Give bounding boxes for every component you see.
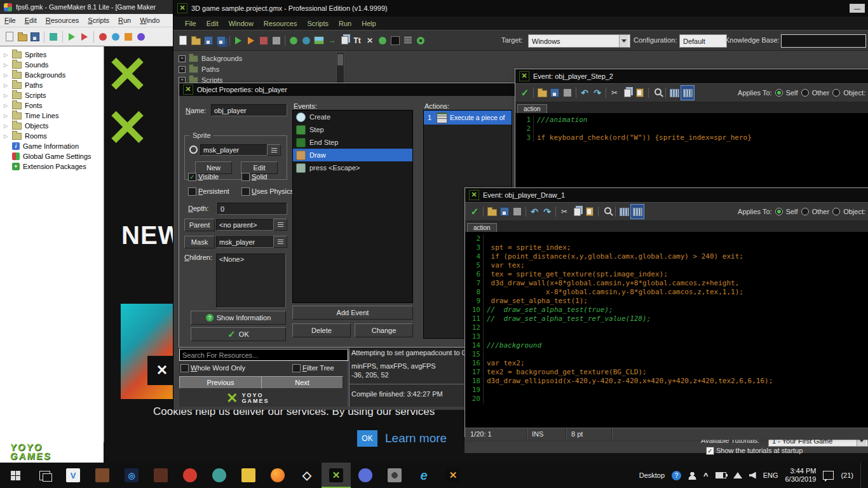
- edit-sprite-button[interactable]: Edit: [241, 161, 278, 174]
- save-icon[interactable]: [548, 86, 561, 100]
- open-icon[interactable]: [536, 86, 548, 100]
- taskbar-opera[interactable]: [175, 463, 205, 488]
- tree-item-backgrounds[interactable]: Backgrounds: [0, 70, 104, 80]
- tree-item-timelines[interactable]: Time Lines: [0, 111, 104, 121]
- expander-icon[interactable]: [179, 66, 186, 73]
- applies-self-radio[interactable]: [775, 89, 783, 97]
- applies-other-radio[interactable]: [801, 89, 809, 97]
- desktop-label[interactable]: Desktop: [639, 471, 665, 479]
- tree-item-extension-packages[interactable]: Extension Packages: [0, 161, 104, 172]
- expander-icon[interactable]: [4, 103, 9, 109]
- parent-button[interactable]: Parent: [184, 219, 215, 231]
- new-project-icon[interactable]: [177, 34, 189, 48]
- knowledge-base-input[interactable]: [781, 34, 866, 48]
- menu-edit[interactable]: Edit: [20, 15, 41, 26]
- show-tutorials-checkbox[interactable]: [706, 447, 714, 455]
- menu-resources[interactable]: Resources: [41, 15, 84, 26]
- menu-file[interactable]: File: [180, 18, 201, 29]
- open-icon[interactable]: [16, 30, 29, 44]
- create-background-icon[interactable]: [122, 30, 135, 44]
- cut-icon[interactable]: [608, 86, 621, 100]
- taskbar-app-grid[interactable]: [88, 463, 117, 488]
- new-sprite-button[interactable]: New: [195, 161, 232, 174]
- create-object-icon[interactable]: [376, 34, 389, 48]
- expander-icon[interactable]: [4, 113, 9, 119]
- menu-window[interactable]: Windo: [135, 15, 164, 26]
- previous-button[interactable]: Previous: [179, 376, 262, 389]
- create-timeline-icon[interactable]: [363, 34, 376, 48]
- tree-item-paths[interactable]: Paths: [179, 64, 331, 74]
- applies-self-radio[interactable]: [775, 208, 783, 215]
- cookie-ok-button[interactable]: OK: [357, 430, 377, 447]
- debug-icon[interactable]: [78, 30, 91, 44]
- clean-icon[interactable]: [257, 34, 270, 48]
- view-mode-selected-icon[interactable]: [630, 204, 644, 219]
- create-room-icon[interactable]: [389, 34, 402, 48]
- task-view-button[interactable]: [31, 463, 58, 488]
- menu-run[interactable]: Run: [114, 15, 135, 26]
- create-executable-icon[interactable]: [47, 30, 60, 44]
- parent-field[interactable]: <no parent>: [216, 219, 278, 231]
- expander-icon[interactable]: [4, 123, 9, 129]
- print-icon[interactable]: [511, 205, 524, 219]
- start-button[interactable]: [0, 463, 31, 488]
- applies-object-radio[interactable]: [832, 208, 840, 215]
- expander-icon[interactable]: [179, 55, 186, 62]
- minimize-button[interactable]: [850, 4, 865, 13]
- draw1-code-area[interactable]: 2 3 spt = sprite_index; 4 if (point_dist…: [465, 233, 868, 428]
- expander-icon[interactable]: [4, 83, 9, 88]
- clock[interactable]: 3:44 PM 6/30/2019: [785, 467, 817, 484]
- expander-icon[interactable]: [4, 72, 9, 78]
- create-sound-icon[interactable]: [109, 30, 122, 44]
- taskbar-gm8[interactable]: [438, 463, 468, 488]
- taskbar-file-explorer[interactable]: [234, 463, 263, 488]
- whole-word-checkbox[interactable]: [180, 364, 189, 372]
- sprite-field[interactable]: msk_player: [200, 144, 271, 156]
- tree-item-scripts[interactable]: Scripts: [0, 90, 104, 100]
- battery-icon[interactable]: [715, 472, 726, 478]
- taskbar-screenshot-tool[interactable]: [380, 463, 409, 488]
- tree-item-game-information[interactable]: Game Information: [0, 141, 104, 151]
- create-path-icon[interactable]: [325, 34, 338, 48]
- delete-event-button[interactable]: Delete: [292, 323, 351, 337]
- tree-item-backgrounds[interactable]: Backgrounds: [179, 53, 331, 64]
- action-center-icon[interactable]: [823, 471, 834, 480]
- create-object-icon[interactable]: [135, 30, 147, 44]
- create-script-icon[interactable]: [338, 34, 351, 48]
- create-background-icon[interactable]: [313, 34, 325, 48]
- search-icon[interactable]: [651, 86, 663, 100]
- learn-more-link[interactable]: Learn more: [385, 431, 447, 445]
- expander-icon[interactable]: [4, 93, 9, 98]
- save-icon[interactable]: [29, 30, 41, 44]
- run-icon[interactable]: [232, 34, 245, 48]
- tree-item-objects[interactable]: Objects: [0, 121, 104, 131]
- copy-icon[interactable]: [621, 86, 634, 100]
- tree-item-paths[interactable]: Paths: [0, 80, 104, 90]
- undo-icon[interactable]: [578, 86, 591, 100]
- tab-action[interactable]: action: [517, 104, 547, 113]
- redo-icon[interactable]: [591, 86, 604, 100]
- paste-icon[interactable]: [583, 205, 596, 219]
- game-information-icon[interactable]: [402, 34, 414, 48]
- show-information-button[interactable]: Show Information: [191, 311, 286, 325]
- mask-button[interactable]: Mask: [184, 236, 215, 248]
- global-game-settings-icon[interactable]: [414, 34, 427, 48]
- tray-overflow-icon[interactable]: [703, 471, 709, 480]
- solid-checkbox[interactable]: [241, 173, 250, 181]
- tree-item-sounds[interactable]: Sounds: [0, 60, 104, 70]
- view-mode-selected-icon[interactable]: [681, 85, 695, 100]
- taskbar-gms2[interactable]: [292, 463, 322, 488]
- people-icon[interactable]: [688, 471, 696, 480]
- taskbar-app-teal[interactable]: [205, 463, 234, 488]
- debug-icon[interactable]: [245, 34, 257, 48]
- step2-code-area[interactable]: 1///animation 2 3if keyboard_check(ord("…: [515, 114, 868, 196]
- next-button[interactable]: Next: [261, 376, 343, 389]
- undo-icon[interactable]: [528, 205, 541, 219]
- applies-other-radio[interactable]: [801, 208, 809, 215]
- save-all-icon[interactable]: [215, 34, 227, 48]
- tree-item-sprites[interactable]: Sprites: [0, 50, 104, 60]
- volume-icon[interactable]: [749, 472, 756, 479]
- search-input[interactable]: Search For Resources...: [179, 349, 348, 361]
- article-image[interactable]: [121, 304, 179, 399]
- open-project-icon[interactable]: [189, 34, 202, 48]
